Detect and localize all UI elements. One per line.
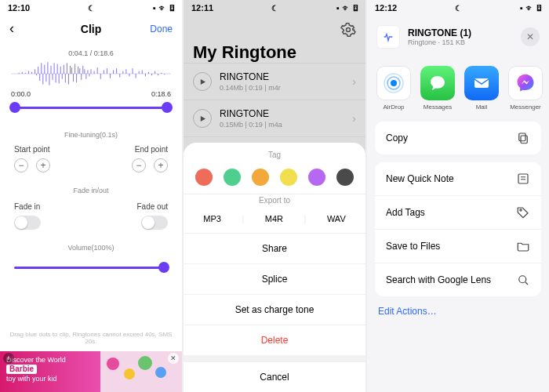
action-google-lens[interactable]: Search with Google Lens [375, 263, 541, 296]
file-icon [376, 25, 400, 49]
svg-point-15 [519, 276, 526, 283]
share-header: RINGTONE (1) Ringtone · 151 KB ✕ [367, 16, 549, 55]
fade-section-label: Fade in/out [0, 187, 182, 194]
range-handle-start[interactable] [9, 102, 20, 113]
target-label: Messages [424, 103, 452, 111]
tag-color[interactable] [224, 169, 241, 186]
close-icon[interactable]: ✕ [521, 27, 540, 46]
copy-icon [516, 131, 530, 145]
share-targets-row: AirDrop Messages Mail Messenger [367, 55, 549, 114]
svg-rect-12 [519, 133, 525, 141]
action-add-tags[interactable]: Add Tags [375, 195, 541, 229]
sheet-splice[interactable]: Splice [184, 263, 365, 294]
action-copy[interactable]: Copy [375, 122, 541, 154]
edit-actions-link[interactable]: Edit Actions… [367, 296, 549, 326]
share-target-messenger[interactable]: Messenger [508, 66, 543, 111]
end-minus-button[interactable]: − [132, 158, 146, 172]
share-target-airdrop[interactable]: AirDrop [376, 66, 411, 111]
range-end-label: 0:18.6 [151, 90, 171, 98]
sheet-cancel[interactable]: Cancel [184, 361, 365, 392]
ad-brand: Barbie [6, 365, 37, 374]
done-button[interactable]: Done [150, 24, 173, 34]
share-target-messages[interactable]: Messages [420, 66, 455, 111]
time-counter: 0:04.1 / 0:18.6 [0, 49, 182, 57]
target-label: Messenger [510, 103, 541, 111]
svg-point-14 [520, 209, 522, 211]
note-icon [516, 172, 530, 186]
status-time: 12:12 [375, 3, 397, 13]
back-button[interactable]: ‹ [9, 20, 14, 37]
fine-tuning-label: Fine-tuning(0.1s) [0, 131, 182, 139]
target-label: Mail [476, 103, 488, 111]
status-time: 12:10 [8, 3, 30, 13]
sheet-charge-tone[interactable]: Set as charge tone [184, 294, 365, 325]
fade-in-toggle[interactable] [14, 216, 41, 230]
screen-share-sheet: 12:12☾ ▪ ᯤ ⌼ RINGTONE (1) Ringtone · 151… [367, 0, 549, 392]
svg-point-7 [391, 80, 397, 86]
dnd-icon: ☾ [88, 4, 95, 13]
action-label: Search with Google Lens [386, 274, 491, 285]
screen-ringtone-list: 12:11☾ ▪ ᯤ ⌼ My Ringtone RINGTONE 0.14Mb… [184, 0, 365, 392]
ad-line1: Discover the World [6, 356, 94, 364]
banner-ad[interactable]: i Discover the World Barbie toy with you… [0, 351, 182, 392]
share-filemeta: Ringtone · 151 KB [408, 38, 471, 46]
fade-in-label: Fade in [14, 202, 41, 211]
folder-icon [516, 239, 530, 253]
tag-color[interactable] [308, 169, 325, 186]
dnd-icon: ☾ [455, 4, 462, 13]
volume-slider[interactable] [14, 260, 168, 275]
share-filename: RINGTONE (1) [408, 27, 471, 38]
end-plus-button[interactable]: + [154, 158, 168, 172]
target-label: AirDrop [383, 103, 404, 111]
tag-color[interactable] [336, 169, 354, 186]
export-wav[interactable]: WAV [327, 214, 346, 223]
start-plus-button[interactable]: + [36, 158, 50, 172]
clip-navbar: ‹ Clip Done [0, 16, 182, 42]
tag-icon [516, 205, 530, 220]
tag-color[interactable] [280, 169, 297, 186]
sheet-share[interactable]: Share [184, 233, 365, 263]
sheet-tag-label: Tag [184, 151, 365, 159]
sheet-export-label: Export to [184, 196, 365, 205]
action-save-to-files[interactable]: Save to Files [375, 229, 541, 263]
action-list: New Quick Note Add Tags Save to Files Se… [375, 162, 541, 296]
tag-color[interactable] [195, 169, 213, 186]
action-label: New Quick Note [386, 173, 454, 184]
status-bar: 12:12☾ ▪ ᯤ ⌼ [367, 0, 549, 16]
clip-hint: Drag blue dots to clip, Ringtones cannot… [0, 331, 182, 345]
status-right: ▪ ᯤ ⌼ [153, 3, 174, 13]
share-target-mail[interactable]: Mail [464, 66, 499, 111]
tag-color-row [184, 159, 365, 192]
clip-range-slider[interactable] [11, 98, 171, 117]
fade-out-toggle[interactable] [141, 216, 168, 230]
status-bar: 12:10☾ ▪ ᯤ ⌼ [0, 0, 182, 16]
action-label: Copy [386, 132, 408, 143]
sheet-delete[interactable]: Delete [184, 325, 365, 355]
ad-info-icon[interactable]: i [3, 353, 14, 364]
volume-label: Volume(100%) [0, 244, 182, 252]
tag-color[interactable] [252, 169, 269, 186]
action-sheet: Tag Export to MP3| M4R| WAV Share Splice… [184, 143, 365, 392]
range-handle-end[interactable] [162, 102, 173, 113]
export-m4r[interactable]: M4R [265, 214, 283, 223]
wave-range-labels: 0:00.0 0:18.6 [11, 90, 171, 98]
ad-line3: toy with your kid [6, 375, 94, 383]
search-icon [516, 273, 530, 287]
volume-handle[interactable] [158, 262, 169, 273]
start-point-label: Start point [14, 145, 50, 154]
screen-clip-editor: 12:10☾ ▪ ᯤ ⌼ ‹ Clip Done 0:04.1 / 0:18.6… [0, 0, 182, 392]
action-label: Save to Files [386, 241, 440, 252]
svg-rect-13 [518, 174, 528, 183]
svg-rect-11 [521, 136, 527, 143]
start-minus-button[interactable]: − [14, 158, 28, 172]
waveform[interactable] [11, 60, 171, 87]
status-right: ▪ ᯤ ⌼ [520, 3, 541, 13]
range-start-label: 0:00.0 [11, 90, 31, 98]
end-point-label: End point [132, 145, 168, 154]
svg-rect-10 [474, 78, 489, 88]
action-new-quick-note[interactable]: New Quick Note [375, 162, 541, 195]
export-mp3[interactable]: MP3 [203, 214, 221, 223]
action-label: Add Tags [386, 207, 425, 218]
fade-out-label: Fade out [137, 202, 168, 211]
